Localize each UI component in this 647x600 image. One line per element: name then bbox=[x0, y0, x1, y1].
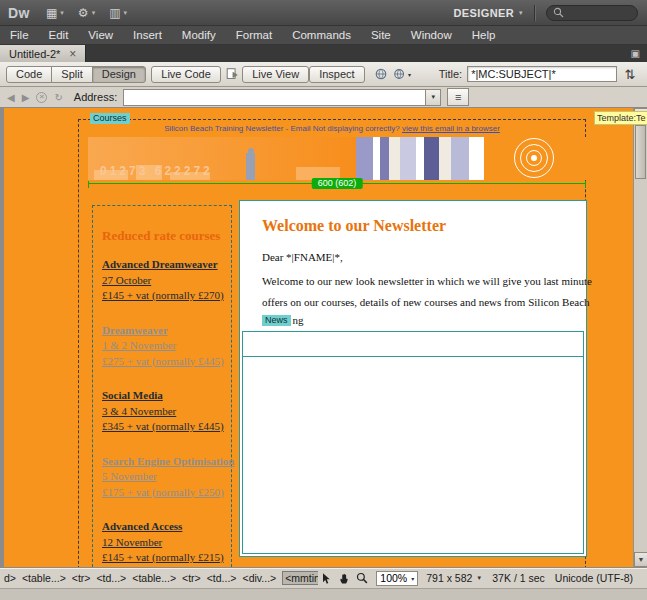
tag-selector-item[interactable]: <table...> bbox=[132, 572, 176, 584]
view-options-icon[interactable]: ≡ bbox=[447, 88, 469, 106]
menu-bar: File Edit View Insert Modify Format Comm… bbox=[0, 26, 647, 45]
select-tool-icon[interactable] bbox=[318, 571, 334, 586]
document-title: Untitled-2* bbox=[9, 48, 60, 60]
design-view-canvas[interactable]: Courses Silicon Beach Training Newslette… bbox=[4, 108, 633, 567]
course-name-link[interactable]: Social Media bbox=[102, 388, 223, 404]
scroll-down-icon[interactable]: ▼ bbox=[634, 552, 647, 567]
scrollbar-thumb[interactable] bbox=[635, 125, 646, 179]
courses-editable-region[interactable]: Reduced rate courses Advanced Dreamweave… bbox=[92, 205, 232, 567]
live-code-button[interactable]: Live Code bbox=[151, 66, 221, 83]
course-name-link[interactable]: Advanced Access bbox=[102, 519, 223, 535]
newsletter-greeting: Dear *|FNAME|*, bbox=[262, 251, 566, 263]
zoom-level-select[interactable]: 100% ▾ bbox=[376, 571, 418, 586]
table-width-label[interactable]: 600 (602) bbox=[312, 178, 363, 189]
file-management-icon[interactable]: ⇅ bbox=[621, 67, 639, 82]
search-input[interactable] bbox=[568, 7, 630, 18]
status-bar-tools: 100% ▾ 791 x 582 ▼ 37K / 1 sec Unicode (… bbox=[318, 571, 643, 586]
split-view-button[interactable]: Split bbox=[51, 66, 92, 83]
tag-selector-item[interactable]: <div...> bbox=[243, 572, 277, 584]
title-label: Title: bbox=[439, 68, 462, 80]
course-date-link[interactable]: 5 November bbox=[102, 469, 223, 485]
news-content-box[interactable] bbox=[242, 331, 584, 554]
close-icon[interactable]: × bbox=[69, 49, 76, 59]
window-size-select[interactable]: 791 x 582 ▼ bbox=[426, 572, 482, 584]
menu-help[interactable]: Help bbox=[462, 26, 506, 44]
course-price-link[interactable]: £175 + vat (normally £250) bbox=[102, 485, 223, 501]
editable-region-tag-courses[interactable]: Courses bbox=[90, 113, 130, 124]
tag-selector-item[interactable]: <td...> bbox=[207, 572, 237, 584]
tag-selector-item[interactable]: <tr> bbox=[72, 572, 91, 584]
design-view-button[interactable]: Design bbox=[92, 66, 146, 83]
menu-modify[interactable]: Modify bbox=[172, 26, 226, 44]
course-price-link[interactable]: £145 + vat (normally £270) bbox=[102, 288, 223, 304]
address-input[interactable] bbox=[124, 90, 425, 105]
document-toolbar: Code Split Design Live Code Live View In… bbox=[0, 62, 647, 87]
code-view-button[interactable]: Code bbox=[6, 66, 52, 83]
course-name-link[interactable]: Dreamweaver bbox=[102, 323, 223, 339]
back-icon[interactable]: ◀ bbox=[7, 92, 15, 103]
course-date-link[interactable]: 1 & 2 November bbox=[102, 338, 223, 354]
document-title-input[interactable] bbox=[467, 66, 617, 82]
forward-icon[interactable]: ▶ bbox=[22, 92, 30, 103]
status-bar: d> <table...> <tr> <td...> <table...> <t… bbox=[0, 567, 647, 588]
menu-insert[interactable]: Insert bbox=[123, 26, 172, 44]
vertical-scrollbar[interactable]: ▲ ▼ bbox=[633, 108, 647, 567]
preview-in-browser-icon[interactable]: ▾ bbox=[391, 65, 412, 84]
inspect-button[interactable]: Inspect bbox=[309, 66, 364, 83]
course-date-link[interactable]: 27 October bbox=[102, 273, 223, 289]
menu-view[interactable]: View bbox=[78, 26, 123, 44]
tag-selector-item[interactable]: <table...> bbox=[22, 572, 66, 584]
banner-stripes bbox=[356, 137, 484, 180]
workspace-switcher-button[interactable]: DESIGNER ▾ bbox=[445, 0, 531, 26]
menu-file[interactable]: File bbox=[0, 26, 39, 44]
live-view-button[interactable]: Live View bbox=[242, 66, 309, 83]
template-name-tag: Template:Te bbox=[594, 111, 647, 125]
tag-selector-item-selected[interactable]: <mmtinstance:editable> bbox=[282, 571, 318, 585]
course-name-link[interactable]: Advanced Dreamweaver bbox=[102, 257, 223, 273]
course-price-link[interactable]: £145 + vat (normally £215) bbox=[102, 550, 223, 566]
browser-compatibility-icon[interactable] bbox=[370, 65, 391, 84]
header-note-text: Silicon Beach Training Newsletter - Emai… bbox=[164, 124, 402, 133]
course-price-link[interactable]: £275 + vat (normally £445) bbox=[102, 354, 223, 370]
tag-selector-item[interactable]: d> bbox=[4, 572, 16, 584]
editable-region-tag-news[interactable]: News bbox=[262, 315, 291, 326]
course-listing: Search Engine Optimisation 5 November £1… bbox=[102, 454, 223, 501]
course-name-link[interactable]: Search Engine Optimisation bbox=[102, 454, 223, 470]
refresh-icon[interactable]: ↻ bbox=[54, 92, 62, 103]
window-bottom-edge bbox=[0, 588, 647, 600]
chevron-down-icon: ▾ bbox=[92, 9, 96, 17]
zoom-tool-icon[interactable] bbox=[354, 571, 370, 586]
sidebar-heading: Reduced rate courses bbox=[102, 228, 223, 244]
tag-selector-item[interactable]: <tr> bbox=[182, 572, 201, 584]
course-listing: Dreamweaver 1 & 2 November £275 + vat (n… bbox=[102, 323, 223, 370]
course-price-link[interactable]: £345 + vat (normally £445) bbox=[102, 419, 223, 435]
address-combo: ▾ bbox=[123, 89, 441, 106]
tag-selector-item[interactable]: <td...> bbox=[96, 572, 126, 584]
newsletter-header-note: Silicon Beach Training Newsletter - Emai… bbox=[80, 124, 584, 133]
body-line: Welcome to our new look newsletter in wh… bbox=[262, 271, 566, 292]
menu-site[interactable]: Site bbox=[361, 26, 401, 44]
document-tab[interactable]: Untitled-2* × bbox=[0, 45, 86, 62]
tag-selector: d> <table...> <tr> <td...> <table...> <t… bbox=[4, 571, 318, 585]
address-label: Address: bbox=[74, 91, 117, 103]
course-date-link[interactable]: 12 November bbox=[102, 535, 223, 551]
table-width-guide[interactable]: 600 (602) bbox=[88, 183, 586, 184]
search-box[interactable] bbox=[546, 5, 638, 21]
menu-commands[interactable]: Commands bbox=[282, 26, 361, 44]
address-dropdown-icon[interactable]: ▾ bbox=[425, 90, 440, 105]
layout-switcher-button[interactable]: ▦ ▾ bbox=[39, 0, 71, 26]
site-menu-button[interactable]: ▥ ▾ bbox=[102, 0, 134, 26]
live-view-options-icon[interactable] bbox=[221, 65, 242, 84]
menu-edit[interactable]: Edit bbox=[39, 26, 79, 44]
newsletter-main-panel[interactable]: Welcome to our Newsletter Dear *|FNAME|*… bbox=[239, 200, 587, 557]
panel-menu-icon[interactable]: ▣ bbox=[631, 45, 647, 62]
menu-format[interactable]: Format bbox=[226, 26, 282, 44]
view-mode-group: Code Split Design bbox=[6, 66, 146, 83]
banner-target-graphic bbox=[484, 137, 586, 180]
stop-icon[interactable]: × bbox=[36, 92, 47, 103]
course-date-link[interactable]: 3 & 4 November bbox=[102, 404, 223, 420]
extend-dreamweaver-button[interactable]: ⚙ ▾ bbox=[71, 0, 102, 26]
hand-tool-icon[interactable] bbox=[336, 571, 352, 586]
menu-window[interactable]: Window bbox=[401, 26, 462, 44]
view-in-browser-link[interactable]: view this email in a browser bbox=[402, 124, 500, 133]
